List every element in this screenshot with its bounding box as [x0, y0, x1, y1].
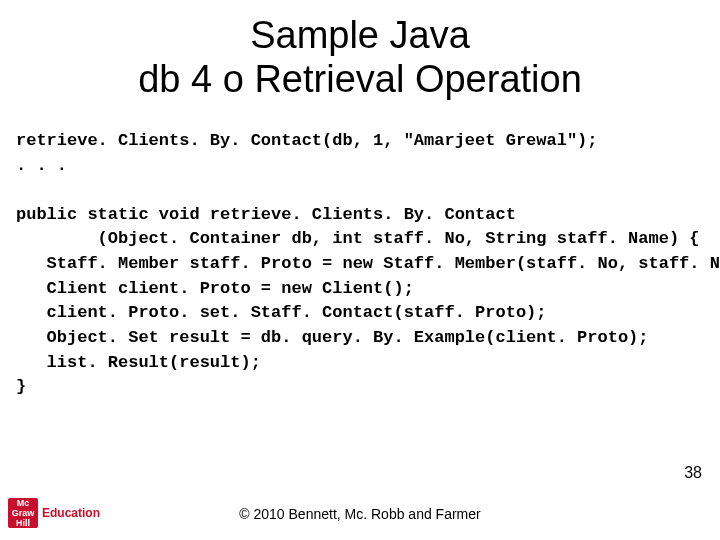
footer: Mc Graw Hill Education © 2010 Bennett, M…	[0, 490, 720, 530]
code-snippet-2: public static void retrieve. Clients. By…	[0, 203, 720, 400]
slide-title: Sample Java db 4 o Retrieval Operation	[0, 0, 720, 101]
code-snippet-1: retrieve. Clients. By. Contact(db, 1, "A…	[0, 129, 720, 178]
copyright-text: © 2010 Bennett, Mc. Robb and Farmer	[0, 506, 720, 522]
title-line-1: Sample Java	[250, 14, 470, 56]
slide-number: 38	[684, 464, 702, 482]
slide: Sample Java db 4 o Retrieval Operation r…	[0, 0, 720, 540]
title-line-2: db 4 o Retrieval Operation	[138, 58, 582, 100]
